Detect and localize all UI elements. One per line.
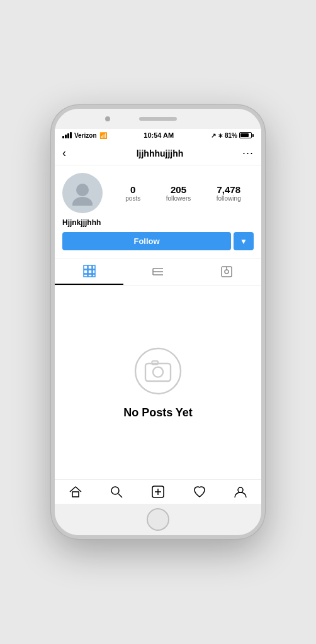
battery-icon	[239, 132, 254, 138]
heart-icon	[193, 485, 206, 499]
status-bar: Verizon 📶 10:54 AM ↗ ∗ 81%	[55, 129, 261, 142]
phone-speaker	[139, 117, 177, 121]
stats-row: 0 posts 205 followers 7,478 following	[113, 184, 254, 202]
signal-bars	[62, 132, 72, 138]
location-icon: ↗	[211, 132, 216, 139]
stat-following[interactable]: 7,478 following	[217, 184, 241, 202]
bottom-nav	[55, 479, 261, 504]
nav-add[interactable]	[137, 485, 179, 499]
svg-rect-5	[84, 270, 87, 274]
following-count: 7,478	[217, 184, 241, 195]
follow-dropdown-button[interactable]: ▼	[234, 232, 254, 250]
list-icon	[152, 265, 164, 278]
status-right: ↗ ∗ 81%	[211, 132, 254, 139]
svg-point-16	[225, 270, 229, 274]
nav-search[interactable]	[96, 485, 138, 499]
phone-camera	[105, 116, 110, 121]
nav-profile[interactable]	[220, 485, 261, 499]
battery-fill	[240, 133, 249, 137]
svg-point-28	[238, 487, 243, 492]
carrier-name: Verizon	[74, 132, 97, 139]
svg-rect-4	[93, 265, 95, 269]
wifi-icon: 📶	[99, 132, 107, 139]
svg-rect-21	[152, 361, 158, 365]
tab-bar	[55, 258, 261, 286]
avatar-icon	[70, 180, 95, 206]
bluetooth-icon: ∗	[218, 132, 223, 139]
home-button[interactable]	[147, 508, 169, 531]
home-icon	[69, 485, 82, 499]
followers-count: 205	[166, 184, 191, 195]
phone-bottom	[55, 504, 261, 535]
svg-rect-22	[72, 492, 79, 497]
no-posts-text: No Posts Yet	[123, 406, 193, 419]
svg-rect-8	[84, 274, 87, 277]
camera-icon	[133, 346, 183, 396]
avatar	[62, 173, 103, 213]
status-left: Verizon 📶	[62, 132, 107, 139]
svg-rect-9	[88, 274, 92, 277]
avatar-container	[62, 173, 103, 213]
tab-list[interactable]	[123, 258, 192, 285]
follow-row: Follow ▼	[62, 232, 254, 250]
svg-rect-3	[88, 265, 92, 269]
username: Hjjnkjjjhhh	[62, 218, 254, 227]
nav-heart[interactable]	[179, 485, 220, 499]
more-button[interactable]: ···	[242, 147, 254, 160]
tab-grid[interactable]	[55, 258, 123, 285]
nav-home[interactable]	[55, 485, 96, 499]
signal-bar-1	[62, 136, 64, 138]
signal-bar-4	[70, 132, 72, 138]
tagged-icon	[220, 265, 233, 278]
posts-count: 0	[125, 184, 140, 195]
phone-screen: Verizon 📶 10:54 AM ↗ ∗ 81% ‹ ljjhhhujjjh…	[55, 129, 261, 504]
back-button[interactable]: ‹	[62, 147, 77, 160]
following-label: following	[217, 195, 241, 202]
signal-bar-2	[65, 135, 67, 138]
profile-top: 0 posts 205 followers 7,478 following	[62, 173, 254, 213]
svg-point-23	[111, 487, 119, 494]
svg-rect-6	[88, 270, 92, 274]
status-time: 10:54 AM	[144, 131, 174, 139]
svg-point-1	[72, 197, 93, 206]
battery-tip	[252, 134, 254, 137]
nav-header: ‹ ljjhhhujjjhh ···	[55, 142, 261, 165]
svg-rect-19	[145, 364, 171, 381]
add-icon	[151, 485, 165, 499]
page-title: ljjhhhujjjhh	[137, 148, 184, 158]
svg-rect-2	[84, 265, 87, 269]
svg-point-18	[135, 348, 181, 394]
phone-top-bar	[55, 109, 261, 129]
signal-bar-3	[67, 133, 69, 138]
posts-label: posts	[125, 195, 140, 202]
svg-point-20	[153, 367, 163, 377]
stat-followers[interactable]: 205 followers	[166, 184, 191, 202]
follow-button[interactable]: Follow	[62, 232, 231, 250]
battery-body	[239, 132, 252, 138]
stat-posts: 0 posts	[125, 184, 140, 202]
battery-pct: 81%	[225, 132, 237, 139]
tab-tagged[interactable]	[193, 258, 261, 285]
svg-point-0	[76, 184, 89, 196]
svg-line-24	[118, 494, 122, 497]
content-area: No Posts Yet	[55, 286, 261, 479]
profile-icon	[234, 485, 247, 499]
search-icon	[110, 485, 123, 499]
phone-frame: Verizon 📶 10:54 AM ↗ ∗ 81% ‹ ljjhhhujjjh…	[51, 105, 265, 539]
profile-section: 0 posts 205 followers 7,478 following Hj…	[55, 165, 261, 258]
svg-rect-10	[93, 274, 95, 277]
svg-rect-7	[93, 270, 95, 274]
grid-icon	[83, 265, 96, 277]
followers-label: followers	[166, 195, 191, 202]
